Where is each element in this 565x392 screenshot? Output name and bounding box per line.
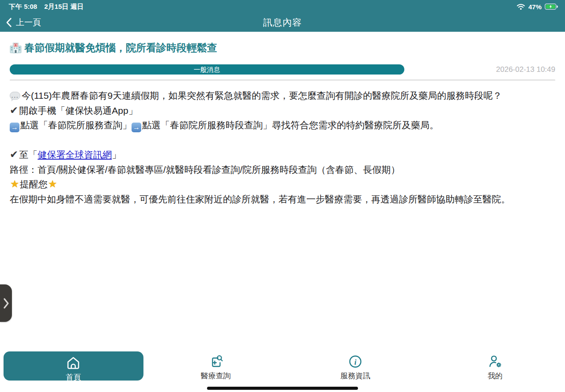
speech-icon [10, 92, 20, 100]
divider [10, 79, 555, 81]
wifi-icon [516, 4, 525, 10]
chevron-right-icon [3, 297, 10, 310]
text-segment: 至「 [19, 149, 38, 160]
body-line: 在假期中如身體不適需要就醫，可優先前往住家附近的診所就醫，若有進一步醫療需要，再… [10, 192, 555, 207]
tab-medical-search-label: 醫療查詢 [201, 371, 231, 381]
tab-medical-search[interactable]: 醫療查詢 [146, 351, 286, 392]
body-line: 提醒您 [10, 177, 555, 192]
status-time: 下午 5:08 [9, 3, 37, 11]
battery-percent: 47% [528, 3, 542, 11]
inline-link[interactable]: 健保署全球資訊網 [38, 149, 112, 160]
tab-service-info[interactable]: i 服務資訊 [286, 351, 426, 392]
category-badge: 一般消息 [10, 64, 404, 75]
status-date: 2月15日 週日 [44, 3, 83, 11]
body-line: 今(115)年農曆春節有9天連續假期，如果突然有緊急就醫的需求，要怎麼查詢有開診… [10, 88, 555, 103]
info-icon: i [348, 355, 362, 369]
body-line: 開啟手機「健保快易通App」 [10, 103, 555, 118]
hospital-icon [10, 42, 22, 53]
home-icon [66, 356, 81, 370]
category-row: 一般消息 2026-02-13 10:49 [10, 64, 555, 75]
body-line [10, 133, 555, 148]
check-icon [10, 147, 18, 162]
text-segment: 在假期中如身體不適需要就醫，可優先前往住家附近的診所就醫，若有進一步醫療需要，再… [10, 194, 510, 204]
chevron-left-icon [6, 18, 12, 27]
svg-text:i: i [354, 358, 357, 366]
body-line: 路徑：首頁/關於健保署/春節就醫專區/就醫時段看診查詢/院所服務時段查詢（含春節… [10, 162, 555, 177]
nav-bar: 上一頁 訊息內容 [0, 13, 565, 32]
text-segment: 路徑：首頁/關於健保署/春節就醫專區/就醫時段看診查詢/院所服務時段查詢（含春節… [10, 164, 400, 175]
back-button[interactable]: 上一頁 [6, 17, 41, 28]
text-segment: 點選「春節院所服務查詢」 [20, 120, 132, 130]
text-segment: 開啟手機「健保快易通App」 [19, 105, 137, 116]
tab-bar: 首頁 醫療查詢 i 服務資訊 [0, 351, 565, 392]
battery-charging-icon [545, 4, 558, 10]
text-segment: 今(115)年農曆春節有9天連續假期，如果突然有緊急就醫的需求，要怎麼查詢有開診… [22, 90, 502, 101]
page-title: 訊息內容 [263, 16, 302, 29]
tab-my-label: 我的 [488, 371, 503, 381]
medical-search-icon [208, 355, 223, 369]
text-segment: 」 [112, 149, 121, 160]
star-icon [48, 177, 57, 192]
star-icon [10, 177, 19, 192]
tab-home-label: 首頁 [66, 372, 81, 382]
home-indicator[interactable] [207, 387, 358, 390]
arrow-icon [10, 123, 19, 132]
tab-home[interactable]: 首頁 [4, 351, 143, 381]
status-bar: 下午 5:08 2月15日 週日 47% [0, 0, 565, 13]
text-segment: 提醒您 [20, 179, 48, 189]
text-segment: 春節假期就醫免煩惱，院所看診時段輕鬆查 [24, 41, 217, 54]
tab-my[interactable]: 我的 [426, 351, 565, 392]
body-line: 至「健保署全球資訊網」 [10, 147, 555, 162]
back-label: 上一頁 [16, 17, 41, 28]
message-content: 春節假期就醫免煩惱，院所看診時段輕鬆查 一般消息 2026-02-13 10:4… [0, 41, 565, 206]
side-drawer-handle[interactable] [0, 284, 12, 322]
profile-gear-icon [488, 355, 503, 369]
text-segment: 點選「春節院所服務時段查詢」尋找符合您需求的特約醫療院所及藥局。 [142, 120, 439, 130]
arrow-icon [132, 123, 141, 132]
tab-service-info-label: 服務資訊 [340, 371, 370, 381]
message-title: 春節假期就醫免煩惱，院所看診時段輕鬆查 [10, 41, 555, 54]
check-icon [10, 103, 18, 118]
message-body: 今(115)年農曆春節有9天連續假期，如果突然有緊急就醫的需求，要怎麼查詢有開診… [10, 88, 555, 206]
body-line: 點選「春節院所服務查詢」點選「春節院所服務時段查詢」尋找符合您需求的特約醫療院所… [10, 118, 555, 133]
message-timestamp: 2026-02-13 10:49 [496, 65, 555, 74]
